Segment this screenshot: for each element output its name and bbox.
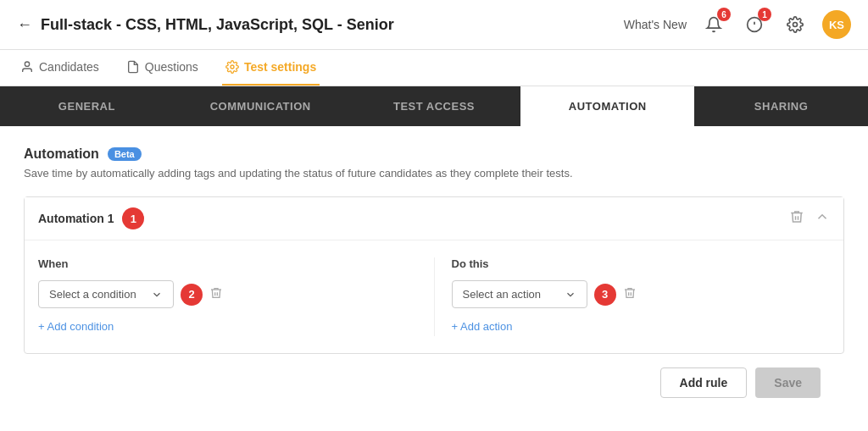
do-this-label: Do this bbox=[452, 257, 831, 270]
alert-badge: 1 bbox=[758, 8, 771, 21]
settings-icon bbox=[225, 60, 239, 74]
delete-icon[interactable] bbox=[789, 209, 804, 228]
settings-button[interactable] bbox=[782, 11, 809, 38]
top-bar-right: What's New 6 1 KS bbox=[624, 10, 851, 39]
section-header: Automation Beta bbox=[24, 146, 844, 162]
alert-button[interactable]: 1 bbox=[741, 11, 768, 38]
svg-point-5 bbox=[231, 65, 234, 69]
add-rule-button[interactable]: Add rule bbox=[660, 367, 748, 398]
top-bar: ← Full-stack - CSS, HTML, JavaScript, SQ… bbox=[0, 0, 868, 50]
step-2-badge: 2 bbox=[181, 284, 203, 306]
chevron-down-icon bbox=[151, 289, 163, 301]
top-bar-left: ← Full-stack - CSS, HTML, JavaScript, SQ… bbox=[17, 16, 394, 34]
back-button[interactable]: ← bbox=[17, 16, 32, 34]
svg-point-3 bbox=[793, 23, 798, 27]
automation-card: Automation 1 1 When Select a condition bbox=[24, 196, 844, 354]
tab-test-access[interactable]: TEST ACCESS bbox=[348, 86, 521, 126]
bell-button[interactable]: 6 bbox=[700, 11, 727, 38]
condition-dropdown[interactable]: Select a condition bbox=[38, 280, 174, 308]
automation-card-header: Automation 1 1 bbox=[25, 197, 843, 240]
action-column: Do this Select an action 3 + Add action bbox=[434, 257, 831, 336]
add-condition-button[interactable]: + Add condition bbox=[38, 317, 417, 336]
action-select-row: Select an action 3 bbox=[452, 280, 831, 308]
tab-sharing[interactable]: SHARING bbox=[694, 86, 868, 126]
sub-nav: Candidates Questions Test settings bbox=[0, 50, 868, 86]
tabs-bar: GENERAL COMMUNICATION TEST ACCESS AUTOMA… bbox=[0, 86, 868, 126]
collapse-icon[interactable] bbox=[815, 209, 830, 228]
avatar[interactable]: KS bbox=[822, 10, 851, 39]
step-1-badge: 1 bbox=[122, 207, 144, 229]
step-3-badge: 3 bbox=[594, 284, 616, 306]
condition-select-row: Select a condition 2 bbox=[38, 280, 417, 308]
delete-action-icon[interactable] bbox=[623, 286, 637, 303]
nav-questions[interactable]: Questions bbox=[123, 50, 202, 86]
section-description: Save time by automatically adding tags a… bbox=[24, 167, 844, 180]
gear-icon bbox=[787, 16, 804, 33]
footer-actions: Add rule Save bbox=[24, 354, 844, 412]
section-title: Automation bbox=[24, 146, 99, 162]
tab-communication[interactable]: COMMUNICATION bbox=[174, 86, 348, 126]
card-header-actions bbox=[789, 209, 830, 228]
when-label: When bbox=[38, 257, 417, 270]
tab-general[interactable]: GENERAL bbox=[0, 86, 174, 126]
whats-new-link[interactable]: What's New bbox=[624, 18, 687, 31]
main-content: Automation Beta Save time by automatical… bbox=[0, 126, 868, 431]
doc-icon bbox=[126, 60, 140, 74]
page-title: Full-stack - CSS, HTML, JavaScript, SQL … bbox=[41, 16, 394, 34]
action-dropdown[interactable]: Select an action bbox=[452, 280, 587, 308]
svg-point-4 bbox=[25, 62, 29, 66]
bell-badge: 6 bbox=[717, 8, 731, 21]
nav-candidates[interactable]: Candidates bbox=[17, 50, 103, 86]
person-icon bbox=[20, 60, 34, 74]
chevron-down-icon bbox=[565, 289, 576, 301]
tab-automation[interactable]: AUTOMATION bbox=[520, 86, 694, 126]
nav-test-settings[interactable]: Test settings bbox=[222, 50, 320, 86]
beta-badge: Beta bbox=[108, 147, 142, 161]
condition-column: When Select a condition 2 + Add conditio… bbox=[38, 257, 434, 336]
add-action-button[interactable]: + Add action bbox=[452, 317, 831, 336]
delete-condition-icon[interactable] bbox=[209, 286, 223, 303]
automation-body: When Select a condition 2 + Add conditio… bbox=[25, 240, 843, 353]
automation-card-title: Automation 1 1 bbox=[38, 207, 144, 229]
save-button[interactable]: Save bbox=[755, 367, 821, 398]
